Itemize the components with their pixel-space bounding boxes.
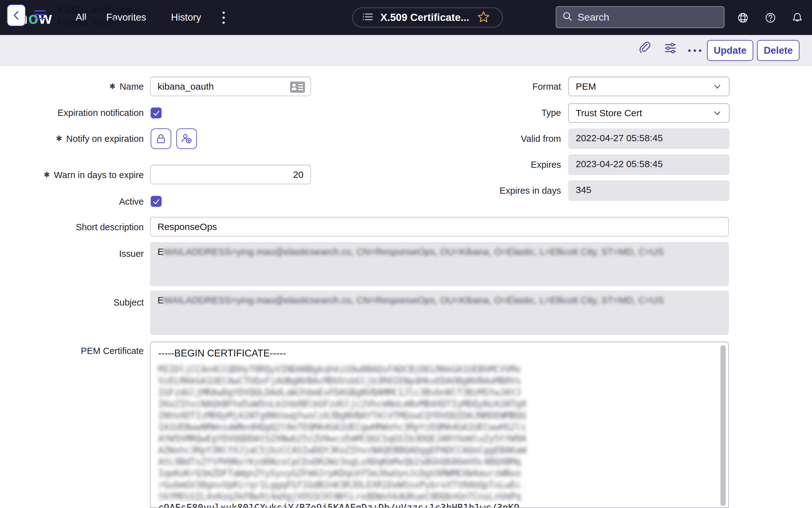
warn-in-days-value: 20	[293, 169, 303, 180]
issuer-label: Issuer	[12, 247, 144, 260]
record-title-name: kibana_oauth	[57, 16, 132, 28]
globe-icon[interactable]	[736, 11, 749, 25]
active-checkbox[interactable]	[151, 196, 162, 207]
subject-visible-prefix: E	[158, 295, 164, 305]
subject-redacted-value: MAILADDRESS=ying.mao@elasticsearch.co, C…	[164, 295, 664, 305]
issuer-redacted-value: MAILADDRESS=ying.mao@elasticsearch.co, C…	[164, 247, 664, 257]
format-value: PEM	[576, 81, 596, 92]
record-list-icon	[362, 11, 374, 25]
global-search	[556, 6, 725, 28]
expires-in-days-field: 345	[568, 180, 729, 201]
delete-button[interactable]: Delete	[757, 40, 800, 61]
expires-field: 2023-04-22 05:58:45	[568, 154, 729, 175]
pem-scrollbar-thumb[interactable]	[721, 345, 726, 506]
name-value: kibana_oauth	[158, 81, 214, 92]
personalize-form-sliders-icon[interactable]	[663, 41, 678, 55]
notify-lock-button[interactable]	[151, 128, 171, 149]
format-label: Format	[430, 80, 561, 93]
active-label: Active	[12, 195, 144, 208]
record-title: X.509 Certificate kibana_oauth	[57, 4, 132, 28]
name-label: Name	[12, 80, 144, 93]
issuer-field: EMAILADDRESS=ying.mao@elasticsearch.co, …	[150, 242, 729, 286]
type-value: Trust Store Cert	[576, 108, 642, 118]
short-description-label: Short description	[12, 221, 144, 234]
pem-begin-line: -----BEGIN CERTIFICATE-----	[158, 346, 721, 360]
context-record-pill[interactable]: X.509 Certificate...	[352, 7, 503, 28]
attachment-paperclip-icon[interactable]	[638, 41, 652, 55]
context-record-label: X.509 Certificate...	[380, 11, 469, 24]
form-context-menu-icon[interactable]	[34, 10, 46, 19]
pem-certificate-label: PEM Certificate	[12, 344, 144, 357]
pem-redacted-block: MIIDljCCAn4CCQDHyT8RQyVINDANBgkqhkiG9w0B…	[158, 363, 721, 502]
favorite-star-icon[interactable]	[477, 11, 490, 25]
type-label: Type	[430, 106, 561, 119]
expiration-notification-label: Expiration notification	[12, 106, 144, 119]
expires-in-days-label: Expires in days	[430, 184, 561, 197]
name-field[interactable]: kibana_oauth	[150, 77, 311, 96]
subject-field: EMAILADDRESS=ying.mao@elasticsearch.co, …	[150, 291, 729, 335]
chevron-down-icon	[713, 109, 722, 118]
check-icon	[153, 109, 160, 117]
short-description-field[interactable]: ResponseOps	[150, 217, 729, 237]
notify-add-user-button[interactable]	[176, 128, 197, 149]
servicenow-record-page: now All Favorites History X.509 Certific…	[0, 0, 812, 508]
chevron-left-icon	[11, 10, 21, 20]
valid-from-field: 2022-04-27 05:58:45	[568, 128, 729, 149]
more-actions-icon[interactable]	[688, 35, 701, 66]
valid-from-label: Valid from	[430, 132, 561, 145]
record-title-type: X.509 Certificate	[57, 4, 132, 16]
notifications-bell-icon[interactable]	[791, 11, 804, 25]
update-button[interactable]: Update	[707, 40, 753, 61]
expiration-notification-checkbox[interactable]	[151, 108, 162, 118]
warn-in-days-field[interactable]: 20	[150, 165, 311, 184]
back-button[interactable]	[7, 4, 26, 26]
nav-more-menu-icon[interactable]	[222, 0, 225, 35]
type-select[interactable]: Trust Store Cert	[568, 103, 729, 123]
pem-partial-last-line: c9AEsE80yulxuk801CXwksjY/BZo9j5KAAEgDz+D…	[158, 502, 520, 508]
notify-on-expiration-label: Notify on expiration	[12, 132, 144, 145]
warn-in-days-label: Warn in days to expire	[12, 168, 144, 181]
expires-label: Expires	[430, 158, 561, 171]
check-icon	[153, 198, 160, 205]
reference-card-icon[interactable]	[290, 81, 306, 95]
pem-certificate-textarea[interactable]: -----BEGIN CERTIFICATE----- MIIDljCCAn4C…	[150, 341, 729, 508]
search-input[interactable]	[578, 11, 718, 23]
lock-icon	[155, 133, 167, 145]
short-description-value: ResponseOps	[158, 221, 217, 232]
chevron-down-icon	[713, 82, 722, 91]
person-plus-icon	[180, 132, 193, 145]
subject-label: Subject	[12, 296, 144, 309]
issuer-visible-prefix: E	[158, 247, 164, 257]
format-select[interactable]: PEM	[568, 77, 729, 96]
search-icon	[562, 11, 573, 24]
menu-history[interactable]: History	[171, 0, 201, 35]
help-icon[interactable]	[764, 11, 777, 25]
